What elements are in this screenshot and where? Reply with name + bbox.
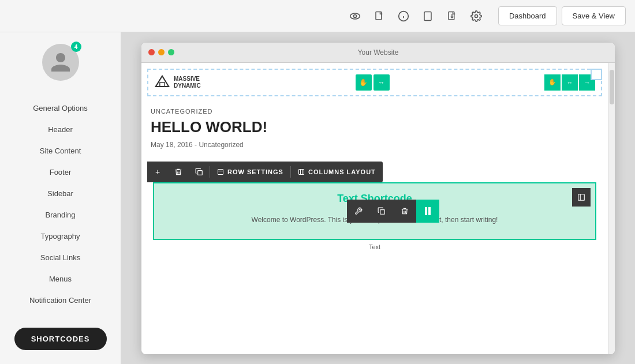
elem-active-btn[interactable] [416, 200, 439, 223]
header-action-hand[interactable]: ✋ [356, 74, 372, 91]
browser-scrollbar[interactable] [608, 63, 615, 354]
post-meta: May 18, 2016 - Uncategorized [151, 141, 599, 149]
header-action-move[interactable]: ↔ [373, 74, 390, 91]
nav-menu: General Options Header Site Content Foot… [0, 98, 121, 310]
browser-dots [148, 49, 174, 55]
svg-rect-19 [425, 207, 427, 215]
columns-layout-label[interactable]: COLUMNS LAYOUT [291, 162, 383, 182]
user-icon [49, 51, 72, 74]
elem-wrench-btn[interactable] [347, 200, 370, 223]
toolbar-icons [345, 6, 487, 27]
logo-icon [154, 74, 170, 91]
eye-icon-btn[interactable] [345, 6, 365, 27]
website-header: MASSIVE DYNAMIC ✋ ↔ ✋ ↔ → [147, 69, 602, 96]
save-view-button[interactable]: Save & View [562, 6, 626, 25]
right-header-actions: ✋ ↔ → [544, 74, 595, 91]
dot-yellow [158, 49, 165, 55]
main-layout: 4 General Options Header Site Content Fo… [0, 32, 635, 364]
right-action-expand[interactable]: ↔ [562, 74, 578, 91]
content-block-label: Text [147, 243, 602, 250]
dot-green [168, 49, 174, 55]
row-toolbar: + [147, 162, 383, 182]
browser-title: Your Website [358, 48, 399, 57]
page-content: MASSIVE DYNAMIC ✋ ↔ ✋ ↔ → [141, 63, 608, 354]
row-section: + [147, 162, 602, 250]
svg-rect-8 [449, 12, 454, 20]
dashboard-button[interactable]: Dashboard [498, 6, 557, 25]
browser-window: Your Website MASSIVE [141, 43, 615, 354]
svg-point-0 [350, 13, 360, 19]
browser-content: MASSIVE DYNAMIC ✋ ↔ ✋ ↔ → [141, 63, 615, 354]
svg-rect-20 [428, 207, 431, 215]
elem-duplicate-btn[interactable] [370, 200, 393, 223]
sidebar-item-site-content[interactable]: Site Content [0, 141, 121, 161]
notification-badge: 4 [71, 42, 81, 52]
shortcodes-button[interactable]: SHORTCODES [14, 328, 107, 350]
sidebar-item-branding[interactable]: Branding [0, 205, 121, 225]
block-corner-btn[interactable] [572, 188, 591, 207]
logo-text: MASSIVE DYNAMIC [174, 76, 201, 89]
svg-marker-10 [156, 76, 169, 86]
sidebar-item-menus[interactable]: Menus [0, 269, 121, 289]
svg-rect-21 [578, 194, 585, 200]
content-block: Text Shortcode Welcome to WordPress. Thi… [153, 182, 596, 240]
avatar-container: 4 [42, 44, 79, 81]
info-icon-btn[interactable] [393, 6, 414, 27]
content-area: Your Website MASSIVE [121, 32, 635, 364]
logo-area: MASSIVE DYNAMIC [154, 74, 201, 91]
sidebar-item-notification-center[interactable]: Notification Center [0, 290, 121, 310]
svg-rect-6 [424, 12, 431, 20]
svg-rect-11 [160, 82, 165, 87]
scrollbar-thumb[interactable] [610, 70, 614, 104]
sidebar: 4 General Options Header Site Content Fo… [0, 32, 121, 364]
header-actions: ✋ ↔ [356, 74, 390, 91]
element-toolbar [347, 200, 439, 223]
sidebar-item-sidebar[interactable]: Sidebar [0, 183, 121, 204]
sidebar-item-social-links[interactable]: Social Links [0, 247, 121, 268]
row-duplicate-btn[interactable] [189, 162, 210, 182]
sidebar-item-footer[interactable]: Footer [0, 162, 121, 182]
row-settings-label[interactable]: ROW SETTINGS [210, 162, 290, 182]
corner-handle [591, 69, 602, 80]
browser-chrome: Your Website [141, 43, 615, 63]
settings-icon-btn[interactable] [466, 6, 487, 27]
row-delete-btn[interactable] [168, 162, 189, 182]
page-icon-btn[interactable] [369, 6, 390, 27]
post-category: UNCATEGORIZED [151, 108, 599, 115]
export-icon-btn[interactable] [442, 6, 462, 27]
svg-rect-18 [380, 209, 385, 214]
svg-rect-12 [198, 170, 203, 175]
post-title: HELLO WORLD! [151, 118, 599, 136]
top-toolbar: Dashboard Save & View [0, 0, 635, 32]
svg-point-1 [353, 14, 356, 17]
tablet-icon-btn[interactable] [417, 6, 438, 27]
sidebar-item-header[interactable]: Header [0, 119, 121, 140]
row-add-btn[interactable]: + [147, 162, 168, 182]
elem-delete-btn[interactable] [393, 200, 416, 223]
dot-red [148, 49, 155, 55]
sidebar-item-typography[interactable]: Typography [0, 226, 121, 246]
svg-rect-2 [376, 12, 382, 20]
sidebar-item-general-options[interactable]: General Options [0, 98, 121, 118]
post-area: UNCATEGORIZED HELLO WORLD! May 18, 2016 … [141, 102, 608, 162]
svg-rect-15 [298, 169, 304, 174]
right-action-hand[interactable]: ✋ [544, 74, 561, 91]
svg-point-9 [475, 14, 477, 17]
svg-rect-13 [218, 169, 223, 174]
